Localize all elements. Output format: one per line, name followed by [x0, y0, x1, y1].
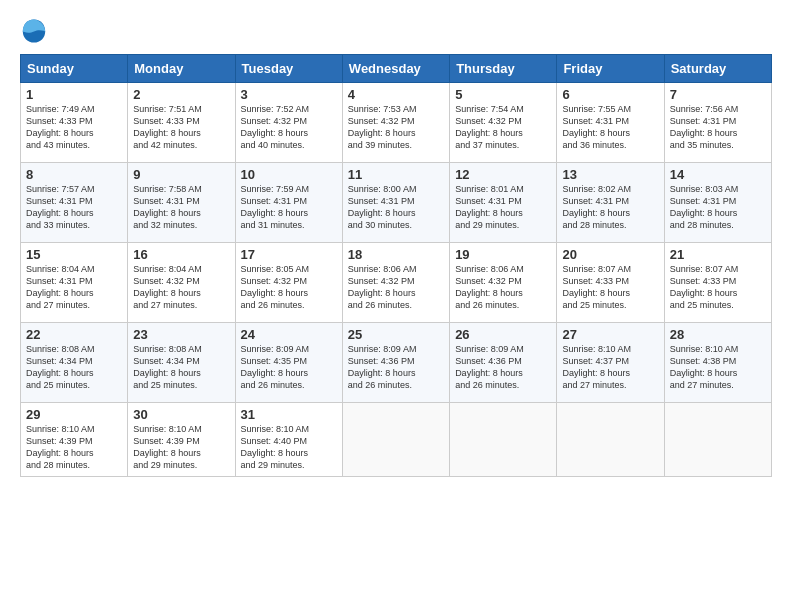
day-number: 29	[26, 407, 122, 422]
calendar-cell: 24Sunrise: 8:09 AMSunset: 4:35 PMDayligh…	[235, 323, 342, 403]
cell-info: Sunrise: 8:08 AMSunset: 4:34 PMDaylight:…	[133, 343, 229, 392]
calendar-cell: 26Sunrise: 8:09 AMSunset: 4:36 PMDayligh…	[450, 323, 557, 403]
cell-info: Sunrise: 7:53 AMSunset: 4:32 PMDaylight:…	[348, 103, 444, 152]
weekday-header: Thursday	[450, 55, 557, 83]
day-number: 14	[670, 167, 766, 182]
calendar-cell: 28Sunrise: 8:10 AMSunset: 4:38 PMDayligh…	[664, 323, 771, 403]
cell-info: Sunrise: 7:55 AMSunset: 4:31 PMDaylight:…	[562, 103, 658, 152]
calendar-cell: 12Sunrise: 8:01 AMSunset: 4:31 PMDayligh…	[450, 163, 557, 243]
calendar-cell: 5Sunrise: 7:54 AMSunset: 4:32 PMDaylight…	[450, 83, 557, 163]
calendar-cell: 1Sunrise: 7:49 AMSunset: 4:33 PMDaylight…	[21, 83, 128, 163]
cell-info: Sunrise: 8:06 AMSunset: 4:32 PMDaylight:…	[455, 263, 551, 312]
calendar-week-row: 1Sunrise: 7:49 AMSunset: 4:33 PMDaylight…	[21, 83, 772, 163]
day-number: 16	[133, 247, 229, 262]
cell-info: Sunrise: 8:04 AMSunset: 4:32 PMDaylight:…	[133, 263, 229, 312]
day-number: 23	[133, 327, 229, 342]
calendar-cell: 17Sunrise: 8:05 AMSunset: 4:32 PMDayligh…	[235, 243, 342, 323]
day-number: 13	[562, 167, 658, 182]
calendar-cell: 3Sunrise: 7:52 AMSunset: 4:32 PMDaylight…	[235, 83, 342, 163]
cell-info: Sunrise: 7:49 AMSunset: 4:33 PMDaylight:…	[26, 103, 122, 152]
cell-info: Sunrise: 8:10 AMSunset: 4:38 PMDaylight:…	[670, 343, 766, 392]
weekday-header: Saturday	[664, 55, 771, 83]
calendar-cell: 30Sunrise: 8:10 AMSunset: 4:39 PMDayligh…	[128, 403, 235, 477]
page: SundayMondayTuesdayWednesdayThursdayFrid…	[0, 0, 792, 487]
cell-info: Sunrise: 8:03 AMSunset: 4:31 PMDaylight:…	[670, 183, 766, 232]
cell-info: Sunrise: 7:57 AMSunset: 4:31 PMDaylight:…	[26, 183, 122, 232]
calendar-week-row: 8Sunrise: 7:57 AMSunset: 4:31 PMDaylight…	[21, 163, 772, 243]
day-number: 31	[241, 407, 337, 422]
cell-info: Sunrise: 7:51 AMSunset: 4:33 PMDaylight:…	[133, 103, 229, 152]
day-number: 10	[241, 167, 337, 182]
calendar-week-row: 15Sunrise: 8:04 AMSunset: 4:31 PMDayligh…	[21, 243, 772, 323]
calendar-cell	[450, 403, 557, 477]
calendar-cell: 7Sunrise: 7:56 AMSunset: 4:31 PMDaylight…	[664, 83, 771, 163]
calendar-cell	[557, 403, 664, 477]
calendar-cell: 31Sunrise: 8:10 AMSunset: 4:40 PMDayligh…	[235, 403, 342, 477]
cell-info: Sunrise: 7:52 AMSunset: 4:32 PMDaylight:…	[241, 103, 337, 152]
cell-info: Sunrise: 8:00 AMSunset: 4:31 PMDaylight:…	[348, 183, 444, 232]
calendar-cell: 29Sunrise: 8:10 AMSunset: 4:39 PMDayligh…	[21, 403, 128, 477]
calendar-week-row: 29Sunrise: 8:10 AMSunset: 4:39 PMDayligh…	[21, 403, 772, 477]
cell-info: Sunrise: 7:59 AMSunset: 4:31 PMDaylight:…	[241, 183, 337, 232]
logo-icon	[20, 16, 48, 44]
day-number: 7	[670, 87, 766, 102]
cell-info: Sunrise: 8:07 AMSunset: 4:33 PMDaylight:…	[670, 263, 766, 312]
calendar-week-row: 22Sunrise: 8:08 AMSunset: 4:34 PMDayligh…	[21, 323, 772, 403]
header	[20, 16, 772, 44]
cell-info: Sunrise: 8:06 AMSunset: 4:32 PMDaylight:…	[348, 263, 444, 312]
day-number: 1	[26, 87, 122, 102]
day-number: 19	[455, 247, 551, 262]
day-number: 20	[562, 247, 658, 262]
calendar-cell	[342, 403, 449, 477]
calendar-cell: 25Sunrise: 8:09 AMSunset: 4:36 PMDayligh…	[342, 323, 449, 403]
calendar-cell: 16Sunrise: 8:04 AMSunset: 4:32 PMDayligh…	[128, 243, 235, 323]
calendar-cell: 6Sunrise: 7:55 AMSunset: 4:31 PMDaylight…	[557, 83, 664, 163]
day-number: 8	[26, 167, 122, 182]
cell-info: Sunrise: 8:10 AMSunset: 4:39 PMDaylight:…	[133, 423, 229, 472]
calendar-cell: 22Sunrise: 8:08 AMSunset: 4:34 PMDayligh…	[21, 323, 128, 403]
cell-info: Sunrise: 8:10 AMSunset: 4:40 PMDaylight:…	[241, 423, 337, 472]
cell-info: Sunrise: 8:08 AMSunset: 4:34 PMDaylight:…	[26, 343, 122, 392]
cell-info: Sunrise: 7:54 AMSunset: 4:32 PMDaylight:…	[455, 103, 551, 152]
weekday-header: Sunday	[21, 55, 128, 83]
day-number: 25	[348, 327, 444, 342]
calendar-cell: 27Sunrise: 8:10 AMSunset: 4:37 PMDayligh…	[557, 323, 664, 403]
day-number: 11	[348, 167, 444, 182]
weekday-header: Tuesday	[235, 55, 342, 83]
cell-info: Sunrise: 8:10 AMSunset: 4:39 PMDaylight:…	[26, 423, 122, 472]
calendar-cell: 18Sunrise: 8:06 AMSunset: 4:32 PMDayligh…	[342, 243, 449, 323]
calendar-cell: 15Sunrise: 8:04 AMSunset: 4:31 PMDayligh…	[21, 243, 128, 323]
calendar-cell	[664, 403, 771, 477]
calendar-cell: 21Sunrise: 8:07 AMSunset: 4:33 PMDayligh…	[664, 243, 771, 323]
cell-info: Sunrise: 8:01 AMSunset: 4:31 PMDaylight:…	[455, 183, 551, 232]
day-number: 12	[455, 167, 551, 182]
calendar-cell: 10Sunrise: 7:59 AMSunset: 4:31 PMDayligh…	[235, 163, 342, 243]
calendar-cell: 20Sunrise: 8:07 AMSunset: 4:33 PMDayligh…	[557, 243, 664, 323]
day-number: 6	[562, 87, 658, 102]
cell-info: Sunrise: 7:58 AMSunset: 4:31 PMDaylight:…	[133, 183, 229, 232]
cell-info: Sunrise: 8:02 AMSunset: 4:31 PMDaylight:…	[562, 183, 658, 232]
day-number: 4	[348, 87, 444, 102]
weekday-header: Friday	[557, 55, 664, 83]
cell-info: Sunrise: 8:09 AMSunset: 4:36 PMDaylight:…	[455, 343, 551, 392]
calendar-cell: 2Sunrise: 7:51 AMSunset: 4:33 PMDaylight…	[128, 83, 235, 163]
day-number: 17	[241, 247, 337, 262]
day-number: 9	[133, 167, 229, 182]
calendar-cell: 4Sunrise: 7:53 AMSunset: 4:32 PMDaylight…	[342, 83, 449, 163]
cell-info: Sunrise: 8:09 AMSunset: 4:35 PMDaylight:…	[241, 343, 337, 392]
day-number: 24	[241, 327, 337, 342]
logo	[20, 16, 52, 44]
day-number: 3	[241, 87, 337, 102]
calendar-cell: 8Sunrise: 7:57 AMSunset: 4:31 PMDaylight…	[21, 163, 128, 243]
day-number: 18	[348, 247, 444, 262]
cell-info: Sunrise: 8:07 AMSunset: 4:33 PMDaylight:…	[562, 263, 658, 312]
day-number: 30	[133, 407, 229, 422]
calendar-cell: 14Sunrise: 8:03 AMSunset: 4:31 PMDayligh…	[664, 163, 771, 243]
cell-info: Sunrise: 8:04 AMSunset: 4:31 PMDaylight:…	[26, 263, 122, 312]
day-number: 26	[455, 327, 551, 342]
day-number: 2	[133, 87, 229, 102]
day-number: 15	[26, 247, 122, 262]
weekday-header: Monday	[128, 55, 235, 83]
calendar-cell: 9Sunrise: 7:58 AMSunset: 4:31 PMDaylight…	[128, 163, 235, 243]
calendar-cell: 19Sunrise: 8:06 AMSunset: 4:32 PMDayligh…	[450, 243, 557, 323]
